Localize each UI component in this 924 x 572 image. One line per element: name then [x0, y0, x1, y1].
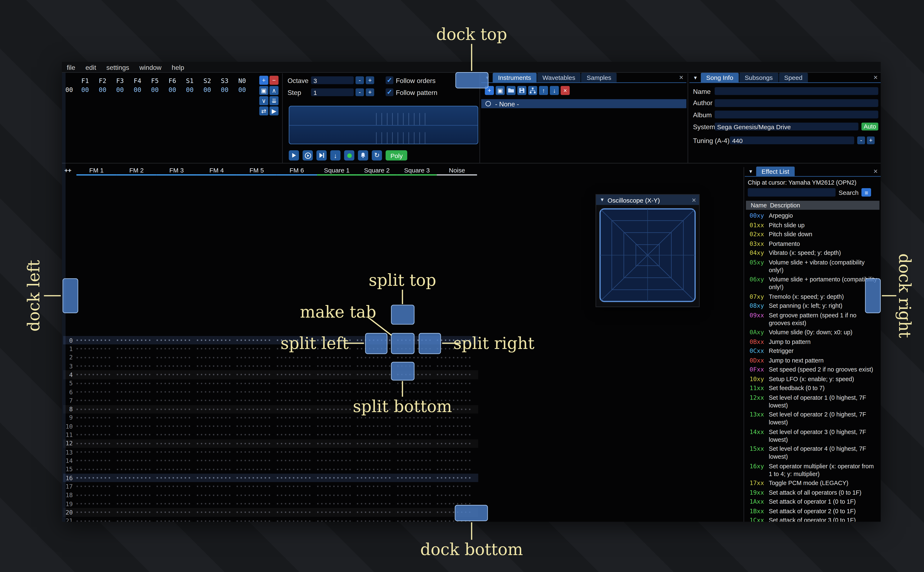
pattern-row[interactable]: 15: [63, 465, 478, 474]
pattern-cell[interactable]: [235, 431, 275, 439]
effect-row[interactable]: 16xySet operator multiplier (x: operator…: [746, 462, 879, 479]
tab-wavetables[interactable]: Wavetables: [537, 73, 581, 82]
pattern-row[interactable]: 17: [63, 482, 478, 491]
pattern-cell[interactable]: [355, 499, 395, 508]
pattern-cell[interactable]: [315, 353, 355, 362]
pattern-cell[interactable]: [235, 491, 275, 499]
remove-order-button[interactable]: −: [270, 76, 279, 85]
step-input[interactable]: 1: [311, 89, 354, 96]
pattern-cell[interactable]: [195, 508, 235, 517]
tab-samples[interactable]: Samples: [581, 73, 617, 82]
pattern-cell[interactable]: [275, 499, 315, 508]
instrument-list-item[interactable]: - None -: [481, 99, 686, 108]
pattern-cell[interactable]: [315, 405, 355, 413]
pattern-cell[interactable]: [275, 517, 315, 522]
pattern-cell[interactable]: [315, 388, 355, 396]
pattern-cell[interactable]: [75, 474, 115, 482]
pattern-cell[interactable]: [115, 422, 154, 431]
pattern-cell[interactable]: [355, 508, 395, 517]
pattern-row[interactable]: 20: [63, 508, 478, 517]
pattern-cell[interactable]: [395, 465, 435, 474]
pattern-cell[interactable]: [315, 508, 355, 517]
dock-target-left[interactable]: [62, 278, 78, 313]
tab-instruments[interactable]: Instruments: [492, 73, 536, 82]
effect-row[interactable]: 1BxxSet attack of operator 2 (0 to 1F): [746, 506, 879, 516]
pattern-cell[interactable]: [435, 465, 475, 474]
pattern-cell[interactable]: [115, 336, 154, 345]
pattern-cell[interactable]: [235, 405, 275, 413]
pattern-cell[interactable]: [355, 448, 395, 456]
pattern-cell[interactable]: [115, 499, 154, 508]
pattern-cell[interactable]: [395, 456, 435, 465]
pattern-cell[interactable]: [195, 422, 235, 431]
pattern-cell[interactable]: [195, 362, 235, 370]
pattern-cell[interactable]: [355, 353, 395, 362]
pattern-cell[interactable]: [195, 431, 235, 439]
pattern-row[interactable]: 14: [63, 456, 478, 465]
pattern-cell[interactable]: [115, 413, 154, 422]
effect-row[interactable]: 04xyVibrato (x: speed; y: depth): [746, 248, 879, 258]
pattern-cell[interactable]: [75, 353, 115, 362]
pattern-cell[interactable]: [355, 491, 395, 499]
move-instrument-up-button[interactable]: ↑: [539, 86, 548, 95]
effect-row[interactable]: 0FxxSet speed (speed 2 if no grooves exi…: [746, 365, 879, 374]
pattern-cell[interactable]: [315, 465, 355, 474]
pattern-cell[interactable]: [154, 448, 195, 456]
pattern-cell[interactable]: [154, 465, 195, 474]
pattern-row[interactable]: 1: [63, 345, 478, 353]
play-from-cursor-button[interactable]: [316, 150, 327, 160]
move-order-up-button[interactable]: ∧: [270, 86, 279, 95]
pattern-cell[interactable]: [154, 362, 195, 370]
pattern-cell[interactable]: [435, 422, 475, 431]
pattern-cell[interactable]: [275, 413, 315, 422]
order-cell[interactable]: 00: [181, 86, 198, 93]
pattern-cell[interactable]: [235, 379, 275, 388]
channel-header[interactable]: FM 5: [237, 166, 277, 176]
pattern-cell[interactable]: [154, 456, 195, 465]
pattern-cell[interactable]: [435, 474, 475, 482]
order-cell[interactable]: 00: [234, 86, 251, 93]
pattern-cell[interactable]: [75, 431, 115, 439]
pattern-cell[interactable]: [115, 388, 154, 396]
order-cell[interactable]: 00: [129, 86, 146, 93]
effect-row[interactable]: 00xyArpeggio: [746, 211, 879, 220]
pattern-cell[interactable]: [75, 379, 115, 388]
pattern-row[interactable]: 21: [63, 517, 478, 522]
pattern-cell[interactable]: [435, 388, 475, 396]
pattern-cell[interactable]: [115, 353, 154, 362]
pattern-cell[interactable]: [315, 482, 355, 491]
effect-row[interactable]: 10xySetup LFO (x: enable; y: speed): [746, 374, 879, 384]
pattern-cell[interactable]: [154, 379, 195, 388]
pattern-cell[interactable]: [315, 456, 355, 465]
piano-lower-row[interactable]: [289, 125, 478, 144]
order-cell[interactable]: 00: [216, 86, 233, 93]
dock-target-bottom[interactable]: [455, 505, 488, 521]
pattern-cell[interactable]: [235, 517, 275, 522]
pattern-cell[interactable]: [115, 439, 154, 448]
instrument-organize-button[interactable]: [528, 86, 537, 95]
pattern-row[interactable]: 13: [63, 448, 478, 456]
pattern-cell[interactable]: [355, 439, 395, 448]
pattern-cell[interactable]: [75, 362, 115, 370]
pattern-cell[interactable]: [235, 439, 275, 448]
pattern-row[interactable]: 3: [63, 362, 478, 370]
pattern-cell[interactable]: [154, 388, 195, 396]
pattern-cell[interactable]: [154, 396, 195, 405]
effect-row[interactable]: 11xxSet feedback (0 to 7): [746, 384, 879, 393]
pattern-cell[interactable]: [154, 422, 195, 431]
pattern-cell[interactable]: [235, 362, 275, 370]
pattern-cell[interactable]: [235, 345, 275, 353]
duplicate-order-button[interactable]: ▣: [259, 86, 268, 95]
pattern-cell[interactable]: [275, 379, 315, 388]
play-button[interactable]: [289, 150, 299, 160]
effect-row[interactable]: 0BxxJump to pattern: [746, 337, 879, 346]
pattern-cell[interactable]: [235, 353, 275, 362]
pattern-cell[interactable]: [315, 474, 355, 482]
pattern-cell[interactable]: [395, 431, 435, 439]
menu-file[interactable]: file: [67, 63, 75, 71]
channel-header[interactable]: Square 1: [317, 166, 357, 176]
pattern-cell[interactable]: [154, 413, 195, 422]
close-icon[interactable]: ×: [873, 167, 877, 176]
pattern-cell[interactable]: [154, 474, 195, 482]
pattern-cell[interactable]: [75, 456, 115, 465]
